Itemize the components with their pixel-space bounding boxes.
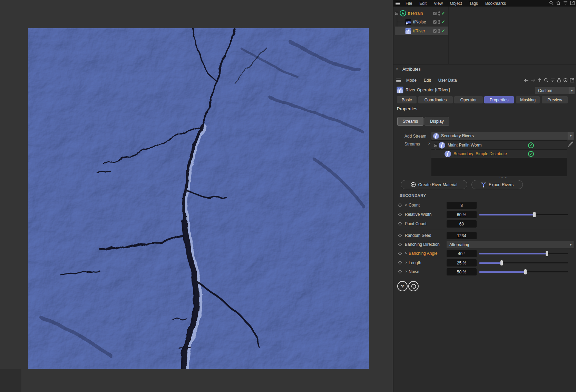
menu-edit-attr[interactable]: Edit (423, 78, 432, 83)
enabled-check-icon[interactable]: ✓ (441, 19, 445, 24)
relative-width-input[interactable]: 60 % (447, 211, 477, 218)
keyframe-diamond-icon[interactable] (398, 251, 402, 255)
keyframe-diamond-icon[interactable] (398, 203, 402, 207)
keyframe-diamond-icon[interactable] (398, 270, 402, 273)
popout-icon[interactable] (570, 78, 574, 82)
stream-enabled-check-icon[interactable]: ✓ (528, 142, 534, 148)
back-arrow-icon[interactable] (524, 78, 529, 82)
tab-operator[interactable]: Operator (454, 96, 483, 103)
object-label[interactable]: tfTerrain (408, 11, 423, 16)
tab-masking[interactable]: Masking (516, 96, 540, 103)
length-input[interactable]: 25 % (447, 259, 477, 267)
right-panel: File Edit View Object Tags Bookmarks tfT (393, 0, 576, 392)
param-row-length: > Length 25 % (393, 259, 576, 267)
keyframe-diamond-icon[interactable] (398, 233, 402, 237)
menu-view[interactable]: View (433, 1, 443, 6)
edit-toggle-icon[interactable] (433, 11, 437, 16)
object-title: River Operator [tfRiver] (406, 88, 450, 92)
search-icon[interactable] (549, 1, 554, 5)
popout-icon[interactable] (570, 1, 575, 5)
menu-edit[interactable]: Edit (419, 1, 427, 6)
object-label[interactable]: tfNoise (413, 20, 426, 24)
tab-basic[interactable]: Basic (397, 96, 417, 103)
count-input[interactable]: 8 (447, 202, 477, 209)
collapse-expander-icon[interactable] (434, 144, 437, 147)
menu-mode[interactable]: Mode (406, 78, 417, 83)
reset-button[interactable] (408, 281, 419, 291)
object-label[interactable]: tfRiver (413, 29, 425, 33)
layer-dots-icon[interactable] (438, 11, 440, 16)
stream-label[interactable]: Main: Perlin Worm (448, 143, 481, 148)
keyframe-diamond-icon[interactable] (398, 212, 402, 216)
preset-dropdown[interactable]: Custom ▾ (535, 87, 575, 94)
create-river-material-label: Create River Material (418, 182, 457, 187)
keyframe-diamond-icon[interactable] (398, 242, 402, 246)
layer-dots-icon[interactable] (438, 20, 440, 24)
edit-toggle-icon[interactable] (433, 20, 437, 24)
layer-dots-icon[interactable] (438, 29, 440, 33)
menu-hamburger-icon[interactable] (396, 2, 400, 5)
object-row-tfterrain[interactable]: tfTerrain ✓ (395, 9, 576, 18)
search-icon[interactable] (544, 78, 548, 82)
menu-user-data[interactable]: User Data (438, 78, 458, 83)
banching-angle-input[interactable]: 40 ° (447, 250, 477, 257)
pick-pencil-icon[interactable] (568, 141, 574, 149)
tab-coordinates[interactable]: Coordinates (418, 96, 453, 103)
enabled-check-icon[interactable]: ✓ (441, 28, 445, 33)
expand-chevron-icon[interactable]: > (405, 260, 407, 264)
filter-icon[interactable] (550, 78, 555, 82)
help-button[interactable]: ? (397, 281, 408, 291)
keyframe-diamond-icon[interactable] (398, 261, 402, 264)
tree-resize-handle[interactable]: ······ (499, 175, 508, 179)
target-icon[interactable] (563, 78, 568, 82)
close-icon[interactable]: × (396, 67, 398, 71)
lock-icon[interactable] (557, 78, 561, 82)
menu-bookmarks[interactable]: Bookmarks (485, 1, 507, 6)
create-river-material-button[interactable]: Create River Material (401, 180, 467, 189)
properties-section-title: Properties (397, 106, 417, 111)
home-icon[interactable] (556, 1, 561, 5)
expand-chevron-icon[interactable]: > (405, 269, 407, 273)
add-stream-dropdown[interactable]: Secondary Rivers ▾ (431, 132, 574, 140)
viewport-3d[interactable] (0, 0, 393, 392)
expand-chevron-icon[interactable]: > (405, 251, 407, 255)
enabled-check-icon[interactable]: ✓ (441, 11, 445, 16)
menu-file[interactable]: File (405, 1, 413, 6)
relative-width-slider[interactable] (479, 211, 568, 219)
attributes-hamburger-icon[interactable] (396, 79, 401, 82)
banching-direction-dropdown[interactable]: Alternating ▾ (447, 241, 574, 248)
object-row-tfriver[interactable]: tfRiver ✓ (395, 27, 448, 35)
subtab-streams[interactable]: Streams (397, 117, 423, 126)
collapse-expander-icon[interactable] (395, 12, 398, 15)
attributes-header: × Attributes (393, 65, 576, 74)
expand-chevron-icon[interactable]: > (405, 203, 407, 207)
point-count-input[interactable]: 60 (447, 220, 477, 228)
length-slider[interactable] (479, 259, 568, 267)
param-row-relative-width: Relative Width 60 % (393, 211, 576, 219)
up-arrow-icon[interactable] (538, 78, 542, 82)
chevron-down-icon[interactable]: ▾ (569, 87, 575, 94)
stream-enabled-check-icon[interactable]: ✓ (528, 151, 534, 157)
tab-preview[interactable]: Preview (542, 96, 568, 103)
random-seed-input[interactable]: 1234 (447, 232, 477, 239)
forward-arrow-icon[interactable] (531, 78, 536, 82)
param-label: Count (409, 203, 420, 208)
keyframe-diamond-icon[interactable] (398, 222, 402, 225)
menu-tags[interactable]: Tags (469, 1, 479, 6)
chevron-down-icon[interactable]: ▾ (568, 132, 574, 140)
tab-properties[interactable]: Properties (484, 96, 514, 103)
filter-icon[interactable] (563, 1, 568, 5)
menu-object[interactable]: Object (449, 1, 463, 6)
noise-slider[interactable] (479, 268, 568, 276)
tree-row-secondary-stream[interactable]: Secondary: Simple Distribute ✓ (431, 150, 567, 158)
banching-angle-slider[interactable] (479, 250, 568, 258)
stream-label[interactable]: Secondary: Simple Distribute (453, 151, 507, 156)
object-row-tfnoise[interactable]: tfNoise ✓ (395, 18, 576, 26)
subtab-display[interactable]: Display (424, 117, 449, 126)
streams-tree[interactable]: Main: Perlin Worm ✓ Secondary: Simple Di… (431, 140, 567, 176)
tree-row-main-stream[interactable]: Main: Perlin Worm ✓ (431, 141, 567, 149)
streams-chevron-icon[interactable]: > (428, 141, 430, 145)
noise-input[interactable]: 50 % (447, 268, 477, 275)
edit-toggle-icon[interactable] (433, 29, 437, 33)
export-rivers-button[interactable]: Export Rivers (471, 180, 523, 189)
